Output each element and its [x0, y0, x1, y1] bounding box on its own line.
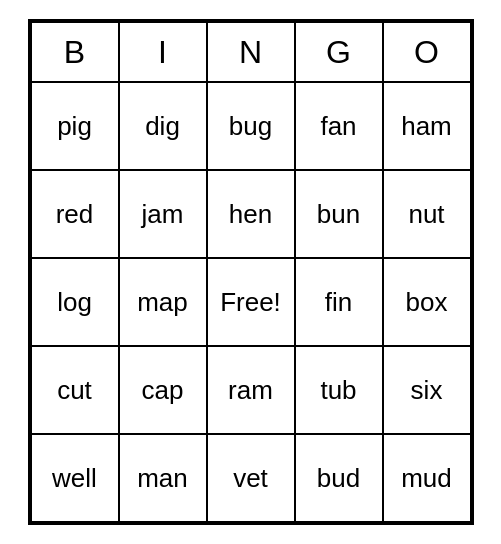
header-cell-b: B	[31, 22, 119, 82]
cell-r1-c4: nut	[383, 170, 471, 258]
cell-r3-c0: cut	[31, 346, 119, 434]
cell-r3-c3: tub	[295, 346, 383, 434]
bingo-table: BINGO pigdigbugfanhamredjamhenbunnutlogm…	[30, 21, 472, 523]
cell-r1-c0: red	[31, 170, 119, 258]
cell-r4-c0: well	[31, 434, 119, 522]
cell-r2-c0: log	[31, 258, 119, 346]
table-row: logmapFree!finbox	[31, 258, 471, 346]
table-row: pigdigbugfanham	[31, 82, 471, 170]
bingo-card: BINGO pigdigbugfanhamredjamhenbunnutlogm…	[28, 19, 474, 525]
cell-r0-c0: pig	[31, 82, 119, 170]
table-row: redjamhenbunnut	[31, 170, 471, 258]
cell-r0-c4: ham	[383, 82, 471, 170]
header-row: BINGO	[31, 22, 471, 82]
cell-r0-c3: fan	[295, 82, 383, 170]
cell-r4-c1: man	[119, 434, 207, 522]
table-row: wellmanvetbudmud	[31, 434, 471, 522]
cell-r4-c4: mud	[383, 434, 471, 522]
cell-r2-c4: box	[383, 258, 471, 346]
cell-r1-c1: jam	[119, 170, 207, 258]
table-row: cutcapramtubsix	[31, 346, 471, 434]
cell-r2-c3: fin	[295, 258, 383, 346]
cell-r1-c3: bun	[295, 170, 383, 258]
cell-r2-c2: Free!	[207, 258, 295, 346]
cell-r0-c1: dig	[119, 82, 207, 170]
cell-r3-c1: cap	[119, 346, 207, 434]
cell-r2-c1: map	[119, 258, 207, 346]
cell-r0-c2: bug	[207, 82, 295, 170]
header-cell-g: G	[295, 22, 383, 82]
cell-r4-c2: vet	[207, 434, 295, 522]
header-cell-o: O	[383, 22, 471, 82]
cell-r1-c2: hen	[207, 170, 295, 258]
header-cell-i: I	[119, 22, 207, 82]
header-cell-n: N	[207, 22, 295, 82]
cell-r3-c4: six	[383, 346, 471, 434]
cell-r3-c2: ram	[207, 346, 295, 434]
cell-r4-c3: bud	[295, 434, 383, 522]
